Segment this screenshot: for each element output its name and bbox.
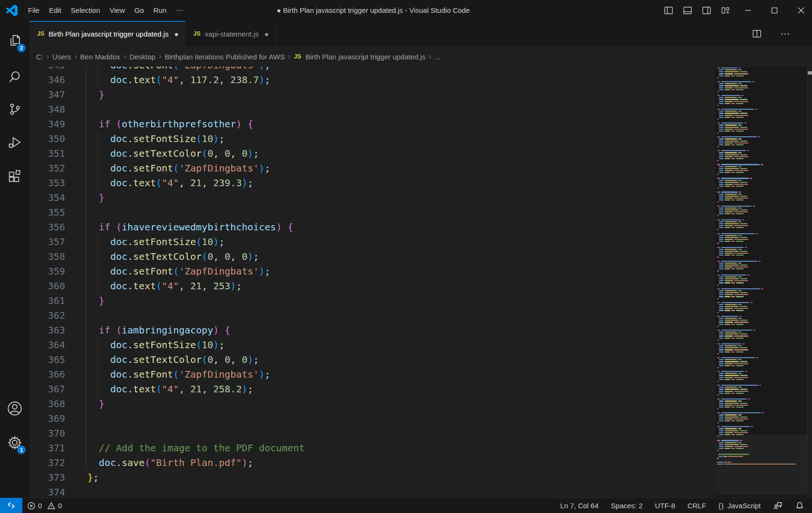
code-line: 374 — [29, 485, 715, 498]
line-content: doc.setTextColor(0, 0, 0); — [87, 352, 259, 367]
settings-gear-icon[interactable]: 1 — [0, 430, 29, 455]
more-actions-icon[interactable]: ⋯ — [779, 21, 792, 47]
explorer-badge: 2 — [17, 44, 26, 52]
code-line: 362 — [29, 308, 715, 323]
tabbar-actions: ⋯ — [750, 21, 812, 47]
minimap[interactable] — [715, 66, 807, 498]
code-line: 360 doc.text("4", 21, 253); — [29, 279, 715, 294]
split-editor-icon[interactable] — [750, 21, 764, 47]
toggle-secondary-sidebar-icon[interactable] — [700, 0, 713, 21]
errors-count: 0 — [38, 502, 42, 510]
minimize-button[interactable] — [737, 0, 759, 21]
line-number: 360 — [29, 279, 65, 294]
breadcrumb-file[interactable]: Birth Plan javascript trigger updated.js — [305, 53, 425, 61]
modified-dot-icon[interactable]: ● — [174, 30, 179, 38]
toggle-primary-sidebar-icon[interactable] — [662, 0, 675, 21]
customize-layout-icon[interactable] — [719, 0, 732, 21]
code-line: 345 doc.setFont('ZapfDingbats'); — [29, 66, 715, 73]
accounts-icon[interactable] — [0, 396, 29, 421]
cursor-position[interactable]: Ln 7, Col 64 — [554, 498, 605, 513]
menu-view[interactable]: View — [105, 3, 130, 18]
tab-1[interactable]: JSBirth Plan javascript trigger updated.… — [29, 21, 186, 47]
code-line: 347 } — [29, 87, 715, 102]
modified-dot-icon[interactable]: ● — [264, 30, 269, 38]
explorer-icon[interactable]: 2 — [0, 28, 29, 53]
source-control-icon[interactable] — [0, 97, 29, 122]
js-file-icon: JS — [37, 30, 44, 37]
menu-[interactable]: ⋯ — [171, 3, 188, 18]
problems-status[interactable]: 0 0 — [22, 498, 67, 513]
breadcrumb-separator: › — [429, 52, 431, 61]
breadcrumb-separator: › — [75, 52, 77, 61]
line-number: 350 — [29, 132, 65, 146]
line-content: doc.text("4", 117.2, 238.7); — [87, 73, 270, 87]
line-number: 371 — [29, 441, 65, 456]
tab-2[interactable]: JSxapi-statement.js● — [186, 21, 276, 47]
line-content: } — [87, 190, 104, 205]
maximize-button[interactable] — [764, 0, 785, 21]
vscode-logo-icon — [6, 5, 18, 16]
breadcrumb-segment[interactable]: Users — [52, 53, 71, 61]
line-content: doc.text("4", 21, 239.3); — [87, 176, 253, 190]
line-content: } — [87, 397, 104, 411]
code-line: 363 if (iambringingacopy) { — [29, 323, 715, 338]
breadcrumb-segment[interactable]: Birthplan iterations Published for AWS — [165, 53, 285, 61]
line-content: doc.setFontSize(10); — [87, 235, 225, 249]
breadcrumb-separator: › — [159, 52, 161, 61]
code-line: 367 doc.text("4", 21, 258.2); — [29, 382, 715, 397]
menu-edit[interactable]: Edit — [44, 3, 66, 18]
line-number: 365 — [29, 352, 65, 367]
line-number: 359 — [29, 264, 65, 279]
editor-scrollbar[interactable] — [807, 66, 812, 498]
code-line: 371 // Add the image to the PDF document — [29, 441, 715, 456]
line-content: }; — [87, 470, 99, 485]
line-number: 357 — [29, 235, 65, 249]
line-number: 356 — [29, 220, 65, 235]
line-content: // Add the image to the PDF document — [87, 441, 305, 456]
toggle-panel-icon[interactable] — [681, 0, 694, 21]
minimap-slider[interactable] — [715, 435, 807, 494]
line-content: doc.setTextColor(0, 0, 0); — [87, 249, 259, 264]
breadcrumb-segment[interactable]: Ben Maddox — [80, 53, 120, 61]
run-and-debug-icon[interactable] — [0, 130, 29, 155]
line-number: 363 — [29, 323, 65, 338]
breadcrumb-segment[interactable]: C: — [36, 53, 43, 61]
menu-bar: FileEditSelectionViewGoRun⋯ — [23, 0, 188, 21]
line-number: 367 — [29, 382, 65, 397]
editor-tabs: JSBirth Plan javascript trigger updated.… — [29, 21, 812, 47]
menu-go[interactable]: Go — [130, 3, 149, 18]
code-line: 370 — [29, 426, 715, 441]
breadcrumb-overflow[interactable]: ... — [434, 53, 441, 61]
code-editor[interactable]: 345 doc.setFont('ZapfDingbats');346 doc.… — [29, 66, 715, 498]
menu-run[interactable]: Run — [149, 3, 171, 18]
menu-selection[interactable]: Selection — [66, 3, 105, 18]
line-content: doc.save("Birth Plan.pdf"); — [87, 456, 253, 470]
search-icon[interactable] — [0, 65, 29, 89]
notifications-bell-icon[interactable] — [789, 498, 812, 513]
indent-guide — [97, 338, 98, 397]
feedback-icon[interactable] — [767, 498, 789, 513]
encoding-status[interactable]: UTF-8 — [649, 498, 681, 513]
status-bar: 0 0 Ln 7, Col 64 Spaces: 2 UTF-8 CRLF {}… — [0, 498, 812, 513]
language-label: JavaScript — [727, 502, 761, 510]
breadcrumb-segment[interactable]: Desktop — [129, 53, 155, 61]
warnings-count: 0 — [58, 502, 62, 510]
eol-status[interactable]: CRLF — [681, 498, 712, 513]
extensions-icon[interactable] — [0, 164, 29, 189]
code-line: 361 } — [29, 294, 715, 308]
line-number: 351 — [29, 146, 65, 161]
close-window-button[interactable] — [790, 0, 812, 21]
menu-file[interactable]: File — [23, 3, 44, 18]
code-line: 358 doc.setTextColor(0, 0, 0); — [29, 249, 715, 264]
errors-icon — [27, 502, 36, 510]
indentation-status[interactable]: Spaces: 2 — [605, 498, 649, 513]
remote-indicator[interactable] — [0, 498, 22, 513]
line-number: 353 — [29, 176, 65, 190]
line-number: 346 — [29, 73, 65, 87]
line-number: 354 — [29, 190, 65, 205]
code-line: 356 if (ihavereviewedmybirthchoices) { — [29, 220, 715, 235]
line-number: 374 — [29, 485, 65, 498]
language-status[interactable]: {} JavaScript — [712, 498, 767, 513]
line-content: if (otherbirthprefsother) { — [87, 117, 253, 132]
window-title: ● Birth Plan javascript trigger updated.… — [277, 0, 470, 21]
